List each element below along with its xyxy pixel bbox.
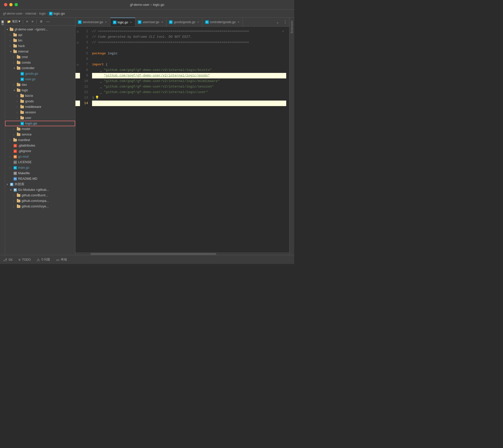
file-tree-panel: 📁 项目▼ ≡ ≡ ⚙ — ▼ gf-demo-user ~/go/src...…: [5, 18, 75, 255]
tree-item-bizctx[interactable]: › bizctx: [5, 93, 75, 99]
tree-label-hack: hack: [18, 44, 25, 48]
breadcrumb-logic[interactable]: logic: [39, 12, 46, 15]
mod-icon-gomod: M: [13, 155, 17, 159]
file-tree-toolbar: 📁 项目▼ ≡ ≡ ⚙ —: [5, 18, 75, 26]
folder-icon-bin: [13, 38, 17, 42]
scrollbar-thumb[interactable]: [91, 253, 216, 255]
code-import-user: "github.com/gogf/gf-demo-user/v2/interna…: [104, 89, 208, 95]
code-pkg-logic: logic: [106, 51, 118, 56]
tab-user-user-go[interactable]: G user/user.go ×: [135, 18, 166, 27]
tree-item-external-libs[interactable]: ▼ 📊 外部库: [5, 182, 75, 187]
project-label-text: 项目▼: [12, 19, 21, 24]
left-panel-label-structure[interactable]: 结构: [0, 27, 5, 29]
tab-close-5[interactable]: ×: [237, 20, 240, 24]
tree-root[interactable]: ▼ gf-demo-user ~/go/src...: [5, 27, 75, 32]
tree-item-cespa[interactable]: › github.com/cespa...: [5, 198, 75, 204]
tree-item-go-modules[interactable]: ▼ 📊 Go Modules <github...: [5, 187, 75, 193]
tree-item-hack[interactable]: › hack: [5, 43, 75, 49]
folder-icon-chzye: [17, 204, 21, 208]
tab-goods-goods-go[interactable]: G goods/goods.go ×: [166, 18, 202, 27]
tree-item-dao[interactable]: › dao: [5, 82, 75, 87]
tree-collapse-btn[interactable]: ≡: [25, 19, 29, 24]
tree-item-model[interactable]: › model: [5, 126, 75, 132]
file-tree[interactable]: ▼ gf-demo-user ~/go/src... › api › bin ›…: [5, 26, 75, 255]
tree-item-chzye[interactable]: › github.com/chzye...: [5, 204, 75, 209]
status-terminal[interactable]: ▭ 终端: [56, 257, 67, 262]
tab-close-1[interactable]: ×: [104, 20, 108, 24]
tab-close-3[interactable]: ×: [160, 20, 164, 24]
code-import-bizctx: "github.com/gogf/gf-demo-user/v2/interna…: [104, 67, 212, 73]
tree-item-middleware[interactable]: › middleware: [5, 104, 75, 110]
traffic-lights: [4, 3, 18, 6]
tab-menu-btn[interactable]: ⋮: [281, 20, 289, 24]
tab-close-2[interactable]: ×: [129, 20, 133, 24]
tree-item-api[interactable]: › api: [5, 32, 75, 38]
tree-item-controller-user[interactable]: G user.go: [5, 76, 75, 82]
code-editor[interactable]: // =====================================…: [90, 27, 286, 252]
tree-item-logic[interactable]: ▼ logic: [5, 87, 75, 93]
code-close-paren: ): [92, 95, 94, 101]
tree-settings-btn[interactable]: ⚙: [39, 19, 44, 24]
line-num-7: 7: [80, 62, 88, 67]
tab-overflow-btn[interactable]: ⌄: [274, 20, 281, 24]
tree-label-makefile: Makefile: [18, 171, 30, 175]
tree-item-controller-goods[interactable]: G goods.go: [5, 71, 75, 76]
tab-close-4[interactable]: ×: [197, 20, 200, 24]
left-panel-icon-1[interactable]: ⊞: [0, 19, 5, 24]
tree-item-internal[interactable]: ▼ internal: [5, 49, 75, 54]
tree-item-readme[interactable]: MD README.MD: [5, 176, 75, 182]
folder-icon-logic-user: [20, 116, 24, 120]
fold-5: [75, 51, 80, 56]
status-git[interactable]: ⎇ Git: [3, 258, 12, 262]
folder-icon-manifest: [13, 138, 17, 142]
breadcrumb-root[interactable]: gf-demo-user: [3, 12, 22, 15]
tab-service-user-go[interactable]: G service/user.go ×: [75, 18, 110, 27]
project-dropdown[interactable]: 📁 项目▼: [7, 19, 21, 24]
code-comment-1: // =====================================…: [92, 29, 249, 34]
right-panel-bookmarks[interactable]: Bookmarks: [290, 20, 294, 34]
left-panel-label-pullrequest[interactable]: 拉取请求: [0, 24, 5, 26]
tree-item-maingo[interactable]: › G main.go: [5, 165, 75, 170]
main-layout: ⊞ 拉取请求 结构 📁 项目▼ ≡ ≡ ⚙ — ▼ gf-demo-user ~…: [0, 18, 294, 255]
tree-item-bin[interactable]: › bin: [5, 38, 75, 43]
close-button[interactable]: [4, 3, 7, 6]
editor-scrollbar[interactable]: [75, 252, 289, 255]
fold-1[interactable]: ⊟: [75, 29, 80, 34]
tree-label-license: LICENSE: [18, 160, 32, 164]
status-todo[interactable]: ≡ TODO: [18, 258, 31, 262]
tree-item-manifest[interactable]: › manifest: [5, 137, 75, 143]
line-num-13: 13: [80, 95, 88, 101]
tree-item-controller[interactable]: ▼ controller: [5, 65, 75, 71]
tree-item-makefile[interactable]: M Makefile: [5, 170, 75, 176]
tree-item-license[interactable]: L LICENSE: [5, 159, 75, 165]
folder-icon-service: [17, 132, 21, 137]
tree-item-burnt[interactable]: › github.com/Burnt...: [5, 193, 75, 198]
tree-item-logic-goods[interactable]: › goods: [5, 99, 75, 104]
tree-item-gitattributes[interactable]: G .gitattributes: [5, 143, 75, 148]
folder-icon-logic: [17, 88, 21, 92]
tab-logic-go[interactable]: G logic.go ×: [110, 18, 135, 27]
tree-item-gomod[interactable]: › M go.mod: [5, 154, 75, 159]
tree-item-logic-go[interactable]: G logic.go: [5, 121, 75, 126]
tree-label-internal: internal: [18, 50, 28, 53]
code-line-6: [92, 56, 286, 62]
tree-item-service[interactable]: › service: [5, 132, 75, 137]
tree-item-session[interactable]: › session: [5, 110, 75, 115]
tree-item-gitignore[interactable]: G .gitignore: [5, 148, 75, 154]
fold-7[interactable]: ⊟: [75, 62, 80, 67]
tree-item-cmd[interactable]: › cmd: [5, 54, 75, 60]
tree-item-logic-user[interactable]: › user: [5, 115, 75, 121]
tree-item-consts[interactable]: › consts: [5, 60, 75, 65]
tree-hide-btn[interactable]: —: [45, 19, 51, 24]
tab-controller-goods-go[interactable]: G controller/goods.go ×: [203, 18, 243, 27]
lightbulb-icon[interactable]: 💡: [95, 95, 99, 101]
breadcrumb-internal[interactable]: internal: [25, 12, 36, 15]
tree-expand-btn[interactable]: ≡: [30, 19, 34, 24]
line-num-3: 3: [80, 40, 88, 45]
maximize-button[interactable]: [15, 3, 18, 6]
go-file-icon: G: [49, 12, 53, 15]
tree-label-manifest: manifest: [18, 138, 30, 142]
status-problems[interactable]: ⚠ 0 问题: [37, 257, 50, 262]
minimize-button[interactable]: [9, 3, 13, 6]
fold-3[interactable]: ⊟: [75, 40, 80, 45]
